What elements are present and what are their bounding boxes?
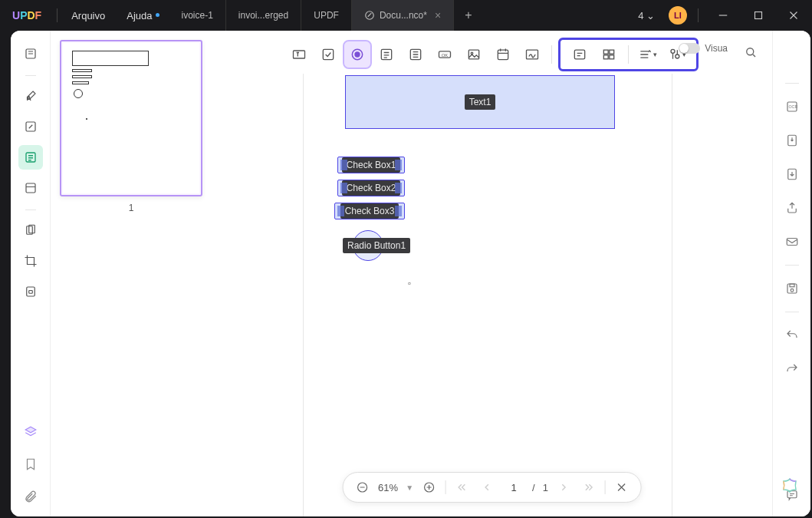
reader-mode-button[interactable] bbox=[18, 41, 43, 66]
ocr-button[interactable]: OCR bbox=[781, 96, 803, 117]
attachment-button[interactable] bbox=[18, 484, 43, 509]
first-page-button[interactable] bbox=[454, 479, 471, 496]
app-logo[interactable]: UPDF bbox=[0, 9, 54, 21]
minimize-button[interactable] bbox=[709, 0, 737, 31]
new-tab-button[interactable]: + bbox=[454, 0, 482, 31]
titlebar: UPDF Arquivo Ajuda ivoice-1 invoi...erge… bbox=[0, 0, 812, 31]
form-field-radio1[interactable]: Radio Button1 bbox=[353, 230, 383, 261]
tab-documento[interactable]: Docu...nco* × bbox=[352, 0, 454, 31]
svg-rect-24 bbox=[609, 50, 613, 54]
svg-rect-8 bbox=[26, 287, 35, 296]
form-alignment-group: ▾ ▾ bbox=[558, 38, 699, 71]
protect-button[interactable] bbox=[18, 279, 43, 304]
svg-rect-23 bbox=[603, 50, 608, 54]
svg-rect-18 bbox=[468, 50, 478, 59]
thumbnail-number: 1 bbox=[60, 203, 202, 213]
svg-rect-11 bbox=[323, 49, 333, 59]
svg-rect-9 bbox=[28, 291, 32, 294]
form-field-checkbox2[interactable]: Check Box2 bbox=[337, 180, 405, 196]
toggle-switch-icon[interactable] bbox=[679, 43, 700, 54]
svg-point-29 bbox=[747, 48, 754, 55]
text-field-tool[interactable] bbox=[286, 41, 312, 68]
checkbox-tool[interactable] bbox=[315, 41, 341, 68]
canvas[interactable]: OK ▾ ▾ Visua Text1 Check Box1 bbox=[212, 31, 772, 516]
crop-button[interactable] bbox=[18, 249, 43, 273]
zoom-out-button[interactable] bbox=[353, 479, 370, 496]
form-mode-button[interactable] bbox=[18, 145, 43, 170]
svg-rect-36 bbox=[787, 239, 797, 246]
last-page-button[interactable] bbox=[580, 479, 597, 496]
zoom-level[interactable]: 61% bbox=[378, 482, 398, 493]
svg-rect-26 bbox=[609, 55, 613, 59]
edit-icon bbox=[364, 10, 375, 21]
form-field-checkbox3[interactable]: Check Box3 bbox=[334, 203, 405, 219]
email-button[interactable] bbox=[781, 231, 803, 252]
maximize-button[interactable] bbox=[745, 0, 772, 31]
cursor-mark-icon: ¤ bbox=[408, 281, 411, 286]
svg-rect-5 bbox=[26, 183, 35, 193]
thumbnail-panel: 1 bbox=[51, 31, 212, 516]
save-button[interactable] bbox=[781, 278, 803, 299]
field-order-button[interactable]: ▾ bbox=[635, 41, 661, 68]
close-tab-icon[interactable]: × bbox=[435, 9, 441, 21]
zoom-in-button[interactable] bbox=[421, 479, 438, 496]
open-docs-count[interactable]: 4 ⌄ bbox=[632, 10, 661, 21]
export-button[interactable] bbox=[781, 163, 803, 185]
page-number-input[interactable] bbox=[503, 482, 524, 493]
form-toolbar: OK ▾ ▾ bbox=[281, 35, 703, 74]
button-tool[interactable]: OK bbox=[432, 41, 458, 68]
comment-mode-button[interactable] bbox=[18, 84, 43, 108]
tab-invoice-merged[interactable]: invoi...erged bbox=[226, 0, 301, 31]
svg-rect-10 bbox=[293, 51, 304, 58]
svg-rect-25 bbox=[603, 55, 608, 59]
zoom-dropdown-icon[interactable]: ▼ bbox=[406, 483, 413, 492]
compress-button[interactable] bbox=[781, 130, 803, 151]
redact-button[interactable] bbox=[18, 218, 43, 243]
tab-invoice-1[interactable]: ivoice-1 bbox=[169, 0, 225, 31]
field-label: Text1 bbox=[465, 94, 496, 110]
next-page-button[interactable] bbox=[556, 479, 573, 496]
svg-point-28 bbox=[676, 54, 679, 58]
right-tool-rail: OCR bbox=[772, 31, 810, 516]
left-tool-rail bbox=[11, 31, 51, 516]
form-field-checkbox1[interactable]: Check Box1 bbox=[337, 157, 405, 173]
svg-rect-1 bbox=[755, 12, 762, 19]
form-recognition-button[interactable] bbox=[567, 41, 593, 68]
menu-arquivo[interactable]: Arquivo bbox=[61, 10, 116, 21]
dropdown-tool[interactable] bbox=[373, 41, 399, 68]
svg-text:OCR: OCR bbox=[788, 104, 797, 109]
edit-mode-button[interactable] bbox=[18, 114, 43, 139]
close-window-button[interactable] bbox=[780, 0, 807, 31]
undo-button[interactable] bbox=[781, 325, 803, 346]
listbox-tool[interactable] bbox=[403, 41, 429, 68]
form-field-text1[interactable]: Text1 bbox=[345, 75, 615, 129]
pdf-page[interactable]: Text1 Check Box1 Check Box2 Check Box3 R… bbox=[304, 68, 672, 516]
layers-button[interactable] bbox=[18, 420, 43, 444]
share-button[interactable] bbox=[781, 197, 803, 219]
page-navigator: 61% ▼ / 1 bbox=[342, 472, 642, 503]
user-avatar[interactable]: LI bbox=[669, 6, 687, 25]
page-thumbnail[interactable] bbox=[60, 40, 202, 196]
visual-toggle[interactable]: Visua bbox=[679, 43, 728, 54]
close-pager-button[interactable] bbox=[613, 479, 630, 496]
menu-ajuda[interactable]: Ajuda bbox=[116, 10, 163, 21]
organize-mode-button[interactable] bbox=[18, 176, 43, 200]
radio-button-tool[interactable] bbox=[344, 41, 370, 68]
tab-updf[interactable]: UPDF bbox=[301, 0, 352, 31]
date-field-tool[interactable] bbox=[490, 41, 516, 68]
svg-rect-38 bbox=[790, 284, 794, 287]
align-button[interactable] bbox=[596, 41, 622, 68]
image-field-tool[interactable] bbox=[461, 41, 487, 68]
svg-text:OK: OK bbox=[441, 53, 448, 58]
signature-field-tool[interactable] bbox=[519, 41, 545, 68]
page-total: 1 bbox=[543, 482, 548, 493]
ai-assistant-button[interactable] bbox=[778, 475, 801, 498]
svg-point-27 bbox=[671, 49, 675, 53]
svg-rect-20 bbox=[498, 50, 508, 60]
document-tabs: ivoice-1 invoi...erged UPDF Docu...nco* … bbox=[169, 0, 632, 31]
svg-point-39 bbox=[791, 289, 794, 292]
search-button[interactable] bbox=[740, 41, 761, 63]
redo-button[interactable] bbox=[781, 358, 803, 380]
prev-page-button[interactable] bbox=[478, 479, 495, 496]
bookmark-button[interactable] bbox=[18, 452, 43, 477]
